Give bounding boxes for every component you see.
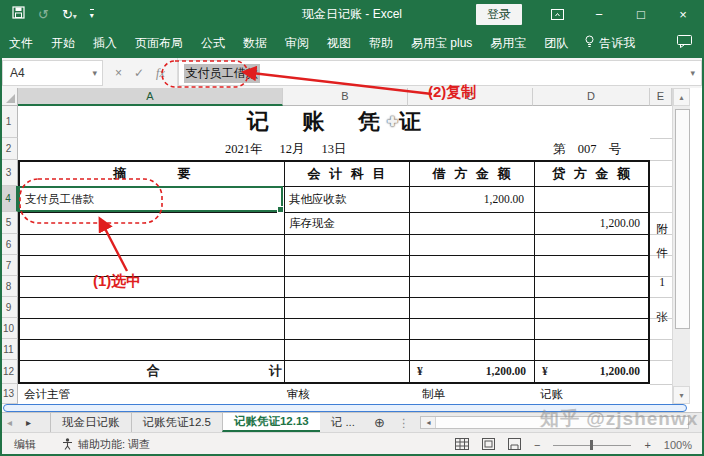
row-header-12[interactable]: 12 [0,360,18,384]
column-header-a[interactable]: A [18,88,283,106]
menu-tab-home[interactable]: 开始 [42,35,84,52]
table-border [20,318,648,319]
column-header-e[interactable]: E [650,88,672,106]
column-header-d[interactable]: D [533,88,650,106]
attachment-unit: 张 [652,310,672,325]
header-summary: 摘 要 [20,162,284,186]
signature-reviewer: 审核 [287,384,310,404]
redo-dropdown-icon[interactable]: ▾ [73,12,77,21]
scroll-left-icon[interactable]: ◂ [421,417,436,428]
redo-icon[interactable]: ↻▾ [62,7,77,22]
cell-c4[interactable]: 1,200.00 [409,186,534,212]
sheet-tab-voucher-12-5[interactable]: 记账凭证12.5 [131,413,222,432]
close-button[interactable]: × [662,0,704,28]
signature-chief-accountant: 会计主管 [24,384,70,404]
normal-view-icon[interactable] [455,438,469,452]
gridline [650,186,672,187]
sheet-tab-voucher-12-13[interactable]: 记账凭证12.13 [222,413,320,432]
page-break-view-icon[interactable] [508,438,521,452]
vertical-scrollbar[interactable]: ▴ ▾ [672,88,690,404]
formula-value: 支付员工借款 [184,64,260,83]
vertical-scrollbar-thumb[interactable] [675,109,690,329]
menu-tab-help[interactable]: 帮助 [360,35,402,52]
voucher-date-day: 13日 [322,141,347,158]
tell-me[interactable]: 告诉我 [596,35,644,52]
name-box-dropdown-icon[interactable]: ▾ [92,68,102,78]
formula-buttons: × ✓ fx [103,58,178,88]
menu-tab-data[interactable]: 数据 [234,35,276,52]
scroll-up-icon[interactable]: ▴ [673,88,690,106]
row-header-11[interactable]: 11 [0,339,18,360]
confirm-icon[interactable]: ✓ [134,66,144,80]
watermark: 知乎 @zjshenwx [540,406,698,432]
customize-qat-icon[interactable]: ▾ [90,9,94,20]
fill-handle[interactable] [277,206,284,213]
formula-bar-expand-icon[interactable]: ▾ [690,68,701,78]
row-header-3[interactable]: 3 [0,160,18,186]
cell-d5[interactable]: 1,200.00 [534,212,648,234]
zoom-level[interactable]: 100% [664,439,692,451]
row-header-13[interactable]: 13 [0,384,18,404]
sheet-tab-truncated[interactable]: 记 ... [320,413,366,432]
menu-tab-formulas[interactable]: 公式 [192,35,234,52]
insert-function-icon[interactable]: fx [156,66,165,81]
tab-prev-icon[interactable]: ◂ [0,413,19,432]
name-box[interactable]: A4 ▾ [2,60,103,86]
column-header-b[interactable]: B [283,88,408,106]
cancel-icon[interactable]: × [115,66,122,80]
menu-tab-yiyongbao-plus[interactable]: 易用宝 plus [402,35,481,52]
tab-next-icon[interactable]: ▸ [19,413,38,432]
selected-cell-a4[interactable]: 支付员工借款 [18,186,283,212]
tab-options-icon[interactable]: ⋮ [393,413,415,432]
formula-bar: A4 ▾ × ✓ fx 支付员工借款 ▾ [0,58,704,89]
annotation-step2-copy: (2)复制 [428,83,476,102]
zoom-out-icon[interactable]: − [534,439,540,451]
row-header-1[interactable]: 1 [0,106,18,138]
menu-tab-file[interactable]: 文件 [0,35,42,52]
page-layout-view-icon[interactable] [482,438,495,452]
titlebar: ↺ ↻▾ ▾ 现金日记账 - Excel 登录 − □ × [0,0,704,28]
voucher-date-year: 2021年 [225,141,263,158]
accessibility-status[interactable]: 辅助功能: 调查 [62,437,150,452]
menu-tab-yiyongbao[interactable]: 易用宝 [481,35,535,52]
excel-window: ↺ ↻▾ ▾ 现金日记账 - Excel 登录 − □ × 文件 开始 插入 页… [0,0,704,456]
table-border [20,234,648,235]
currency-symbol: ¥ [542,365,548,377]
sheet-tab-cash-journal[interactable]: 现金日记账 [50,413,131,432]
row-header-7[interactable]: 7 [0,255,18,276]
zoom-slider[interactable] [553,439,631,451]
row-headers: 1 2 3 4 5 6 7 8 9 10 11 12 13 [0,106,18,404]
accessibility-icon [62,438,73,452]
total-debit-amount: 1,200.00 [486,365,526,377]
menu-tab-insert[interactable]: 插入 [84,35,126,52]
row-header-5[interactable]: 5 [0,212,18,234]
total-label: 合 计 [20,360,409,382]
comment-icon[interactable] [677,35,704,51]
accessibility-label: 辅助功能: 调查 [78,437,150,452]
row-header-10[interactable]: 10 [0,318,18,339]
menu-tab-review[interactable]: 审阅 [276,35,318,52]
cell-b4[interactable]: 其他应收款 [284,186,409,212]
cell-b5[interactable]: 库存现金 [284,212,409,234]
save-icon[interactable] [12,6,25,22]
login-button[interactable]: 登录 [476,4,522,25]
maximize-button[interactable]: □ [620,0,662,28]
ribbon-display-options-icon[interactable] [536,0,578,28]
row-header-2[interactable]: 2 [0,138,18,160]
menu-tab-team[interactable]: 团队 [535,35,577,52]
menu-tab-view[interactable]: 视图 [318,35,360,52]
row-header-8[interactable]: 8 [0,276,18,297]
zoom-slider-thumb[interactable] [590,440,593,450]
menu-tab-page-layout[interactable]: 页面布局 [126,35,192,52]
zoom-in-icon[interactable]: + [644,439,650,451]
undo-icon[interactable]: ↺ [38,7,49,22]
row-header-4[interactable]: 4 [0,186,18,212]
new-sheet-icon[interactable]: ⊕ [366,413,393,432]
voucher-date: 2021年 12月 13日 [225,138,347,160]
minimize-button[interactable]: − [578,0,620,28]
row-header-9[interactable]: 9 [0,297,18,318]
row-header-6[interactable]: 6 [0,234,18,255]
select-all-corner[interactable] [0,88,18,106]
scroll-down-icon[interactable]: ▾ [673,386,690,404]
signature-preparer: 制单 [422,384,445,404]
